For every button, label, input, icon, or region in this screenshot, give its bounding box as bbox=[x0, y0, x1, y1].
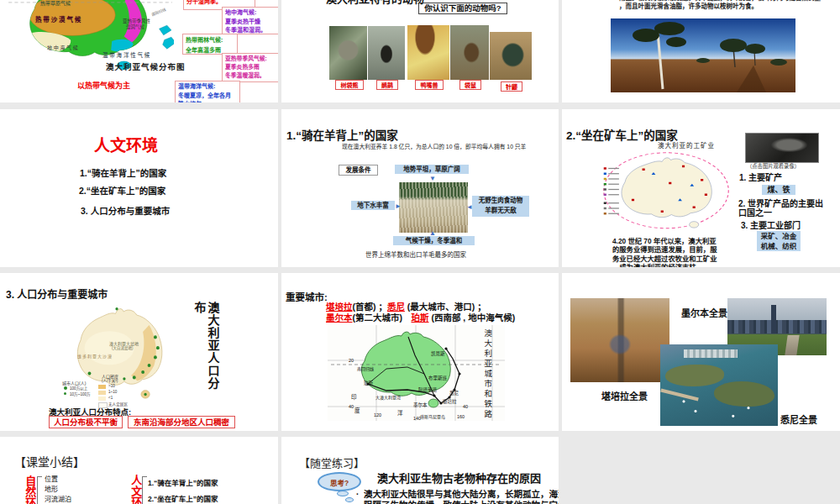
mining-video-thumbnail[interactable] bbox=[745, 133, 819, 163]
slide-practice[interactable]: 【随堂练习】 思考? 澳大利亚生物古老物种存在的原因 · 澳大利亚大陆很早与其他… bbox=[281, 437, 559, 504]
eucalyptus-text-2: ，而且叶面光滑含油脂，许多动物以桉树叶为食。 bbox=[619, 3, 758, 11]
city-sydney: 悉尼 bbox=[387, 302, 405, 312]
platypus-photo bbox=[407, 25, 449, 80]
summary-human-brace bbox=[142, 476, 143, 504]
echidna-photo bbox=[490, 32, 532, 80]
summary-human-item-1: 1.“骑在羊背上”的国家 bbox=[148, 479, 218, 487]
map-number-140: 140 bbox=[413, 416, 421, 421]
map-label-melbourne: 墨尔本 bbox=[413, 402, 428, 408]
animal-label-echidna: 针鼹 bbox=[501, 81, 522, 92]
mining-item-4-l2: 的服务业得到迅速发展，目前，服 bbox=[612, 245, 717, 254]
animal-label-kangaroo: 袋鼠 bbox=[459, 80, 481, 90]
note-med-title: 地中海气候: bbox=[225, 8, 276, 18]
map-label-indian-2: 度 bbox=[354, 406, 360, 414]
map-number-40: 40 bbox=[349, 404, 354, 409]
sydney-skyline bbox=[684, 349, 738, 358]
map-number-20: 20 bbox=[349, 358, 354, 363]
climate-map-caption: 澳大利亚气候分布图 bbox=[106, 63, 186, 72]
city-canberra-desc: (首都) ； bbox=[353, 302, 387, 312]
legend-city-1: 100万以上 bbox=[70, 386, 87, 391]
legend-density-2: 1~10 bbox=[108, 390, 117, 394]
slide-city-photos[interactable]: 堪培拉全景 墨尔本全景图 悉尼全景 bbox=[562, 273, 840, 431]
practice-bullet-l2: 阻隔了生物的传播，致使大陆上没有其他动物与它们 bbox=[364, 500, 559, 504]
thought-bubble-puff-2 bbox=[345, 497, 354, 502]
summary-human-vertical: 人文环境 bbox=[129, 475, 142, 504]
map-label-bight: 大澳大利亚湾 bbox=[375, 394, 401, 400]
arrow-up-icon: ▲ bbox=[429, 229, 436, 237]
note-savanna-text: 分干湿两季。 bbox=[186, 0, 222, 5]
thought-bubble-text: 思考? bbox=[330, 479, 349, 487]
animals-question: 你认识下面的动物吗? bbox=[424, 3, 501, 13]
summary-nature-item-1: 位置 bbox=[45, 475, 58, 483]
slide-animals[interactable]: 澳大利亚特有的动物 你认识下面的动物吗? 树袋熊 鸸鹋 鸭嘴兽 袋鼠 针鼹 bbox=[281, 0, 559, 102]
slide-mining-country[interactable]: 2.“坐在矿车上”的国家 澳大利亚的工矿业 bbox=[562, 109, 840, 267]
legend-city-2: 10万~100万 bbox=[70, 391, 91, 396]
industries-l2: 机械、纺织 bbox=[757, 241, 801, 251]
sheep-box-top: 地势平坦，草原广阔 bbox=[395, 165, 469, 174]
map-number-120: 120 bbox=[374, 412, 381, 417]
sheep-caption: 世界上绵羊数和出口羊毛最多的国家 bbox=[365, 252, 466, 260]
map-label-tasmania: 塔斯马尼亚岛 bbox=[420, 413, 445, 419]
legend-density-4: 无人定居区 bbox=[108, 402, 128, 407]
note-rainforest: 热带雨林气候: 全年高温多雨 bbox=[182, 34, 238, 55]
label-oceanic: 温 带 海 洋 性 气 候 bbox=[102, 52, 150, 59]
label-savanna: 热带草原气候 bbox=[40, 1, 71, 7]
mining-item-4-l1: 4.20 世纪 70 年代以来，澳大利亚 bbox=[612, 237, 717, 245]
slide-cities[interactable]: 重要城市: 堪培拉(首都) ；悉尼 (最大城市、港口) ； 墨尔本(第二大城市)… bbox=[281, 273, 559, 431]
sheep-condition-box: 发展条件 bbox=[339, 165, 378, 176]
slide-sorter-view: 热带草原气候 热 带 沙 漠 气 候 地 中 海 气 候 亚热带季风性 湿润气候… bbox=[0, 0, 840, 504]
note-oc-l1: 冬暖夏凉，全年各月 bbox=[178, 92, 237, 101]
slide-climate[interactable]: 热带草原气候 热 带 沙 漠 气 候 地 中 海 气 候 亚热带季风性 湿润气候… bbox=[0, 0, 278, 102]
eucalyptus-trees bbox=[611, 18, 795, 92]
animal-label-koala: 树袋熊 bbox=[335, 80, 364, 90]
arrow-left-icon: ◄ bbox=[466, 203, 473, 211]
slide-eucalyptus[interactable]: 雨区。桉树的根系很发达，树干挺拔，树叶茂密，枝叶方向可随日照调整 ，而且叶面光滑… bbox=[562, 0, 840, 102]
note-st-l1: 夏季炎热多雨 bbox=[225, 63, 277, 71]
slide-sheep-country[interactable]: 1.“骑在羊背上”的国家 现在澳大利亚养羊 1.8 亿只，为总人口的 10 倍，… bbox=[281, 109, 559, 267]
practice-bullet-l1: 澳大利亚大陆很早与其他大陆分离，长期孤立，海洋 bbox=[364, 489, 559, 499]
new-zealand-shape bbox=[160, 25, 174, 49]
cities-title: 重要城市: bbox=[286, 292, 328, 304]
animals-title: 澳大利亚特有的动物 bbox=[326, 0, 424, 5]
melbourne-path bbox=[785, 335, 799, 355]
note-subtropical: 亚热带季风气候: 夏季炎热多雨 冬季温暖湿润。 bbox=[222, 53, 278, 82]
city-perth-desc: (西南部 , 地中海气候) bbox=[429, 312, 516, 323]
kangaroo-photo bbox=[450, 25, 489, 80]
arrow-down-icon: ▼ bbox=[429, 175, 436, 182]
summary-title: 【课堂小结】 bbox=[14, 455, 85, 470]
map-label-indian-3: 洋 bbox=[397, 408, 403, 417]
legend-city-dot-2 bbox=[64, 392, 66, 395]
sheep-box-right: 无野生肉食动物 羊群无天敌 bbox=[472, 196, 529, 217]
practice-title: 【随堂练习】 bbox=[299, 457, 365, 470]
summary-nature-brace bbox=[37, 476, 38, 504]
note-st-l2: 冬季温暖湿润。 bbox=[225, 71, 277, 80]
mining-photo-caption: （点击图片观看录像） bbox=[747, 163, 800, 169]
slide-human-env-toc[interactable]: 人文环境 1.“骑在羊背上”的国家 2.“坐在矿车上”的国家 3. 人口分布与重… bbox=[0, 109, 278, 267]
map-label-adelaide: 阿德莱德 bbox=[418, 386, 437, 393]
slide-summary[interactable]: 【课堂小结】 自然环境 位置 地形 河流湖泊 气候 人文环境 1.“骑在羊背上”… bbox=[0, 437, 278, 504]
eucalyptus-landscape-photo bbox=[611, 18, 795, 92]
slide-population[interactable]: 3. 人口分布与重要城市 维多利亚大沙漠 澳大利亚大盆地 (大自流盆地) 布 澳… bbox=[0, 273, 278, 431]
cities-vertical-label: 澳大利亚城市和铁路 bbox=[482, 329, 491, 420]
sydney-land-2 bbox=[714, 381, 774, 407]
city-sydney-desc: (最大城市、港口) ； bbox=[405, 302, 486, 312]
toc-title: 人文环境 bbox=[94, 137, 158, 155]
canberra-photo bbox=[570, 298, 669, 382]
climate-oceanic-region bbox=[111, 39, 134, 52]
cities-line-1: 堪培拉(首都) ；悉尼 (最大城市、港口) ； bbox=[326, 302, 486, 312]
legend-density-swatch-3 bbox=[98, 396, 106, 401]
legend-density-swatch-1 bbox=[98, 385, 106, 389]
sheep-subtitle: 现在澳大利亚养羊 1.8 亿只，为总人口的 10 倍，即平均每人拥有 10 只羊 bbox=[342, 144, 526, 150]
sheep-box-bottom: 气候干燥，冬季温和 bbox=[393, 236, 475, 245]
sheep-flock-photo bbox=[399, 182, 468, 233]
population-vertical-label-2: 布 bbox=[192, 302, 207, 313]
toc-item-3: 3. 人口分布与重要城市 bbox=[81, 206, 170, 216]
legend-density-3: <1 bbox=[108, 396, 113, 400]
summary-nature-item-2: 地形 bbox=[45, 486, 58, 493]
thought-bubble-puff-1 bbox=[337, 491, 349, 496]
mining-item-3: 3. 主要工业部门 bbox=[741, 221, 801, 231]
label-desert: 热 带 沙 漠 气 候 bbox=[35, 17, 81, 24]
summary-nature-vertical: 自然环境 bbox=[24, 475, 36, 504]
city-perth: 珀斯 bbox=[412, 312, 429, 323]
map-number-160: 160 bbox=[457, 414, 465, 419]
